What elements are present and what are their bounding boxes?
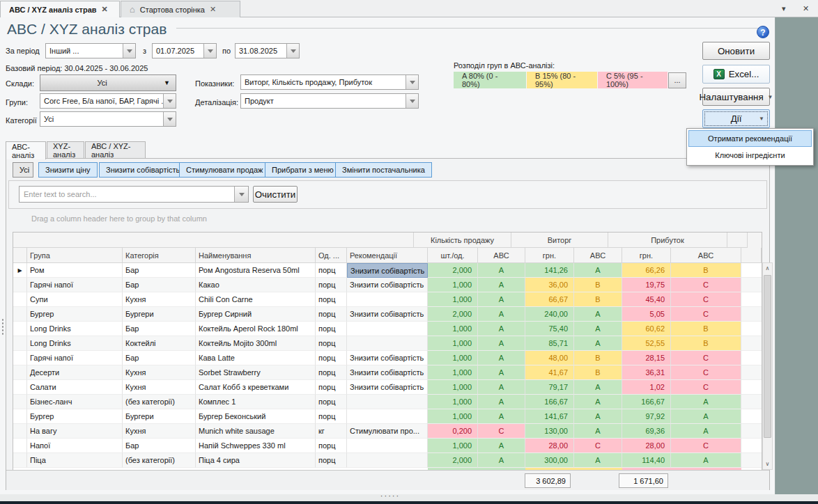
cell-category[interactable]: Кухня <box>123 424 196 439</box>
group-header-revenue[interactable]: Виторг <box>511 233 608 248</box>
table-row[interactable]: Бургер Бургери Бургер Беконський порц 1,… <box>13 409 762 424</box>
cell-category[interactable]: Бар <box>123 322 196 336</box>
cell-profit[interactable]: 166,67 <box>622 395 671 409</box>
table-row[interactable]: Піца (без категорії) Піца 4 сира порц 2,… <box>13 453 762 468</box>
cell-category[interactable]: (без категорії) <box>123 453 196 468</box>
cell-profit[interactable]: 19,75 <box>622 278 671 292</box>
cell-profit[interactable]: 114,40 <box>622 453 671 468</box>
cell-profit-abc[interactable]: B <box>671 336 741 351</box>
table-row[interactable]: Long Drinks Коктейлі Коктейль Mojito 300… <box>13 336 762 351</box>
cell-category[interactable]: Кухня <box>123 365 196 380</box>
cell-revenue[interactable]: 300,00 <box>525 453 574 468</box>
tablist-dropdown-icon[interactable]: ▾ <box>782 4 786 13</box>
cell-recommendation[interactable]: Знизити собівартість <box>347 278 428 292</box>
cell-category[interactable]: Бар <box>123 351 196 365</box>
cell-unit[interactable]: кг <box>316 424 347 439</box>
cell-revenue-abc[interactable]: A <box>574 307 622 322</box>
tab-abc-analysis[interactable]: АВС-аналіз <box>6 141 46 159</box>
indicators-select[interactable]: Виторг, Кількість продажу, Прибуток <box>240 74 419 90</box>
col-header-category[interactable]: Категорія <box>123 248 196 263</box>
chevron-down-icon[interactable] <box>286 44 299 58</box>
cell-group[interactable]: Напої <box>27 439 123 453</box>
cell-unit[interactable]: порц <box>316 322 347 336</box>
groups-select[interactable]: Corc Free, Б/а напої, БАР, Гарячі ... <box>40 93 176 109</box>
cell-qty-abc[interactable]: A <box>478 322 525 336</box>
cell-revenue-abc[interactable]: A <box>574 336 622 351</box>
cell-recommendation[interactable] <box>347 453 428 468</box>
cell-revenue-abc[interactable]: C <box>574 439 622 453</box>
cell-qty[interactable]: 1,000 <box>428 278 478 292</box>
date-from-select[interactable]: 01.07.2025 <box>152 43 217 58</box>
cell-profit-abc[interactable]: C <box>671 292 741 307</box>
cell-qty-abc[interactable]: A <box>478 380 525 395</box>
cell-revenue[interactable]: 41,67 <box>525 365 574 380</box>
cell-unit[interactable]: порц <box>316 292 347 307</box>
cell-category[interactable]: Бар <box>123 439 196 453</box>
cell-qty[interactable]: 0,200 <box>428 424 478 439</box>
cell-name[interactable]: Коктейль Aperol Rock 180ml <box>196 322 316 336</box>
cell-profit-abc[interactable]: A <box>671 453 741 468</box>
table-row[interactable]: Бізнес-ланч (без категорії) Комплес 1 по… <box>13 395 762 409</box>
cell-profit-abc[interactable]: A <box>671 409 741 424</box>
col-header-unit[interactable]: Од. ... <box>316 248 347 263</box>
cell-recommendation[interactable]: Знизити собівартість <box>347 351 428 365</box>
cell-recommendation[interactable]: Стимулювати про... <box>347 424 428 439</box>
cell-revenue[interactable]: 85,71 <box>525 336 574 351</box>
cell-group[interactable]: Супи <box>27 292 123 307</box>
cell-qty-abc[interactable]: A <box>478 307 525 322</box>
cell-revenue[interactable]: 141,26 <box>525 263 574 278</box>
menu-item-key-ingredients[interactable]: Ключові інгредієнти <box>688 147 812 164</box>
cell-group[interactable]: Десерти <box>27 365 123 380</box>
distribution-more-button[interactable]: ... <box>668 72 686 88</box>
cell-category[interactable]: Коктейлі <box>123 336 196 351</box>
cell-recommendation[interactable]: Знизити собівартість <box>347 365 428 380</box>
close-icon[interactable]: ✕ <box>102 5 108 14</box>
cell-qty-abc[interactable]: C <box>478 424 525 439</box>
clear-search-button[interactable]: Очистити <box>253 186 298 203</box>
cell-name[interactable]: Напій Schweppes 330 ml <box>196 439 316 453</box>
cell-qty[interactable]: 1,000 <box>428 292 478 307</box>
cell-name[interactable]: Ром Angostura Reserva 50ml <box>196 263 316 278</box>
cell-category[interactable]: Бургери <box>123 409 196 424</box>
cell-revenue[interactable]: 166,67 <box>525 395 574 409</box>
cell-qty[interactable]: 2,000 <box>428 307 478 322</box>
table-row[interactable]: Напої Бар Напій Schweppes 330 ml порц 1,… <box>13 439 762 453</box>
cell-group[interactable]: Бургер <box>27 409 123 424</box>
cell-revenue[interactable]: 28,00 <box>525 439 574 453</box>
cell-revenue-abc[interactable]: A <box>574 409 622 424</box>
table-row[interactable]: Гарячі напої Бар Кава Latte порц Знизити… <box>13 351 762 365</box>
cell-revenue-abc[interactable]: B <box>574 278 622 292</box>
cell-name[interactable]: Chili Con Carne <box>196 292 316 307</box>
cell-qty[interactable]: 1,000 <box>428 322 478 336</box>
cell-qty[interactable]: 1,000 <box>428 336 478 351</box>
cell-group[interactable]: Ром <box>27 263 123 278</box>
chevron-down-icon[interactable] <box>234 187 248 202</box>
cell-unit[interactable]: порц <box>316 336 347 351</box>
cell-unit[interactable]: порц <box>316 395 347 409</box>
cell-category[interactable]: Бар <box>123 263 196 278</box>
help-button[interactable]: ? <box>757 26 769 38</box>
chip-remove-from-menu[interactable]: Прибрати з меню <box>265 162 341 178</box>
cell-qty[interactable]: 1,000 <box>428 395 478 409</box>
bottom-splitter-handle[interactable]: ····· <box>376 491 404 500</box>
cell-name[interactable]: Піца 4 сира <box>196 453 316 468</box>
period-select[interactable]: Інший ... <box>45 43 136 58</box>
cell-qty-abc[interactable]: A <box>478 395 525 409</box>
table-row[interactable]: Салати Кухня Салат Кобб з креветками пор… <box>13 380 762 395</box>
search-input[interactable] <box>20 187 234 202</box>
cell-revenue-abc[interactable]: B <box>574 365 622 380</box>
cell-qty[interactable]: 1,000 <box>428 380 478 395</box>
cell-qty[interactable]: 2,000 <box>428 453 478 468</box>
chevron-down-icon[interactable] <box>203 44 216 58</box>
col-header-recommendation[interactable]: Рекомендації <box>347 248 428 263</box>
cell-qty-abc[interactable]: A <box>478 292 525 307</box>
cell-profit-abc[interactable]: B <box>671 263 741 278</box>
cell-recommendation[interactable] <box>347 336 428 351</box>
cell-unit[interactable]: порц <box>316 453 347 468</box>
col-header-revenue[interactable]: грн. <box>525 248 574 263</box>
cell-revenue[interactable]: 79,17 <box>525 380 574 395</box>
cell-unit[interactable]: порц <box>316 409 347 424</box>
cell-profit[interactable]: 60,62 <box>622 322 671 336</box>
col-header-name[interactable]: Найменування <box>196 248 316 263</box>
cell-profit[interactable]: 69,36 <box>622 424 671 439</box>
